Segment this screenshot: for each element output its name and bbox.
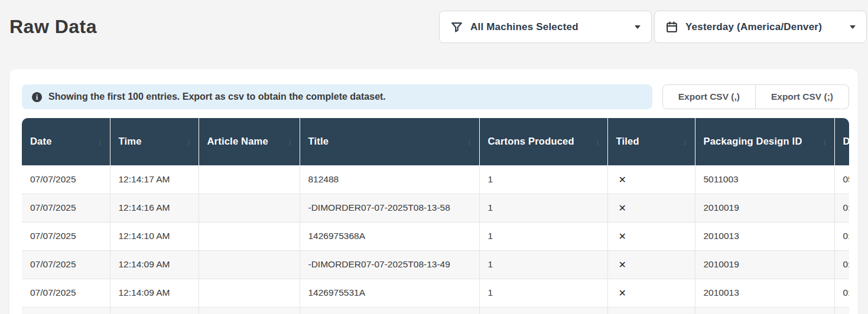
column-header-label: Tiled: [616, 136, 639, 146]
column-header-label: Cartons Produced: [488, 136, 574, 146]
raw-data-table-wrapper: Date↓Time↓Article Name↓Title↓Cartons Pro…: [22, 118, 849, 314]
cell-packaging_design_id: 2010019: [695, 250, 834, 279]
raw-data-table: Date↓Time↓Article Name↓Title↓Cartons Pro…: [22, 118, 849, 314]
x-mark-icon: ✕: [616, 231, 626, 241]
column-header-packaging_design_id[interactable]: Packaging Design ID↓: [695, 118, 834, 165]
cell-cartons_produced: 1: [479, 194, 607, 222]
machines-filter-label: All Machines Selected: [470, 21, 578, 33]
banner-row: i Showing the first 100 entries. Export …: [22, 84, 849, 109]
cell-cartons_produced: 1: [479, 222, 607, 250]
calendar-icon: [665, 21, 678, 34]
column-header-label: Time: [119, 136, 142, 146]
cell-tiled: ✕: [607, 165, 695, 194]
cell-tiled: ✕: [607, 250, 695, 279]
cell-tiled: [607, 307, 695, 314]
sort-arrow-icon: ↓: [97, 136, 102, 147]
top-bar: Raw Data All Machines Selected Yesterday…: [0, 0, 868, 43]
chevron-down-icon: [635, 25, 641, 29]
cell-date: 07/07/2025: [22, 279, 110, 307]
info-banner: i Showing the first 100 entries. Export …: [22, 84, 652, 109]
cell-date: [22, 307, 110, 314]
banner-text: Showing the first 100 entries. Export as…: [48, 91, 386, 102]
column-header-duration[interactable]: Duration↓: [834, 118, 849, 165]
column-header-title[interactable]: Title↓: [300, 118, 479, 165]
sort-arrow-icon: ↓: [822, 136, 827, 147]
cell-date: 07/07/2025: [22, 194, 110, 222]
column-header-tiled[interactable]: Tiled↓: [607, 118, 695, 165]
x-mark-icon: ✕: [616, 288, 626, 298]
cell-time: 12:14:09 AM: [110, 279, 199, 307]
cell-date: 07/07/2025: [22, 222, 110, 250]
table-row: 07/07/202512:14:10 AM1426975368A1✕201001…: [22, 222, 849, 250]
cell-tiled: ✕: [607, 279, 695, 307]
raw-data-card: i Showing the first 100 entries. Export …: [9, 69, 858, 314]
cell-duration: 0:: [834, 194, 849, 222]
cell-article_name: [199, 307, 300, 314]
cell-cartons_produced: 1: [479, 250, 607, 279]
cell-duration: [834, 307, 849, 314]
column-header-date[interactable]: Date↓: [22, 118, 110, 165]
cell-date: 07/07/2025: [22, 250, 110, 279]
cell-packaging_design_id: [695, 307, 834, 314]
filter-icon: [450, 21, 463, 34]
cell-title: 812488: [300, 165, 479, 194]
info-icon: i: [31, 91, 43, 103]
column-header-label: Date: [30, 136, 52, 146]
table-row: 07/07/202512:14:09 AM1426975531A1✕201001…: [22, 279, 849, 307]
sort-arrow-icon: ↓: [595, 136, 600, 147]
date-range-label: Yesterday (America/Denver): [685, 21, 822, 33]
column-header-label: Duration: [843, 136, 850, 146]
column-header-time[interactable]: Time↓: [110, 118, 199, 165]
cell-duration: 05: [834, 165, 849, 194]
x-mark-icon: ✕: [616, 260, 626, 270]
cell-tiled: ✕: [607, 222, 695, 250]
date-range-dropdown[interactable]: Yesterday (America/Denver): [654, 11, 867, 43]
cell-article_name: [199, 279, 300, 307]
cell-cartons_produced: 1: [479, 165, 607, 194]
cell-date: 07/07/2025: [22, 165, 110, 194]
cell-time: 12:14:10 AM: [110, 222, 199, 250]
cell-article_name: [199, 250, 300, 279]
column-header-label: Packaging Design ID: [704, 136, 802, 146]
export-csv-semicolon-button[interactable]: Export CSV (;): [756, 84, 849, 109]
sort-arrow-icon: ↓: [287, 136, 292, 147]
export-csv-comma-button[interactable]: Export CSV (,): [662, 84, 756, 109]
cell-article_name: [199, 194, 300, 222]
cell-time: 12:14:17 AM: [110, 165, 199, 194]
cell-article_name: [199, 222, 300, 250]
cell-packaging_design_id: 2010013: [695, 222, 834, 250]
table-row: 07/07/202512:14:17 AM8124881✕501100305: [22, 165, 849, 194]
column-header-cartons_produced[interactable]: Cartons Produced↓: [479, 118, 607, 165]
cell-time: 12:14:09 AM: [110, 250, 199, 279]
table-row: 07/07/202512:14:09 AM-DIMORDER07-07-2025…: [22, 250, 849, 279]
table-header-row: Date↓Time↓Article Name↓Title↓Cartons Pro…: [22, 118, 849, 165]
cell-packaging_design_id: 5011003: [695, 165, 834, 194]
cell-duration: 0:: [834, 250, 849, 279]
export-button-group: Export CSV (,) Export CSV (;): [662, 84, 849, 109]
x-mark-icon: ✕: [616, 175, 626, 185]
sort-arrow-icon: ↓: [682, 136, 687, 147]
cell-tiled: ✕: [607, 194, 695, 222]
cell-title: -DIMORDER07-07-2025T08-13-58: [300, 194, 479, 222]
cell-title: -DIMORDER07-07-2025T08-13-49: [300, 250, 479, 279]
cell-duration: 0:: [834, 279, 849, 307]
cell-title: 1426975368A: [300, 222, 479, 250]
x-mark-icon: ✕: [616, 203, 626, 213]
cell-article_name: [199, 165, 300, 194]
sort-arrow-icon: ↓: [467, 136, 472, 147]
cell-duration: 0:: [834, 222, 849, 250]
cell-cartons_produced: [479, 307, 607, 314]
chevron-down-icon: [850, 25, 856, 29]
cell-packaging_design_id: 2010013: [695, 279, 834, 307]
svg-text:i: i: [36, 93, 38, 101]
cell-cartons_produced: 1: [479, 279, 607, 307]
cell-title: 1426975531A: [300, 279, 479, 307]
machines-filter-dropdown[interactable]: All Machines Selected: [439, 11, 652, 43]
cell-title: [300, 307, 479, 314]
cell-time: 12:14:16 AM: [110, 194, 199, 222]
cell-packaging_design_id: 2010019: [695, 194, 834, 222]
table-row: 07/07/202512:14:16 AM-DIMORDER07-07-2025…: [22, 194, 849, 222]
column-header-label: Title: [308, 136, 329, 146]
column-header-article_name[interactable]: Article Name↓: [199, 118, 300, 165]
sort-arrow-icon: ↓: [186, 136, 191, 147]
